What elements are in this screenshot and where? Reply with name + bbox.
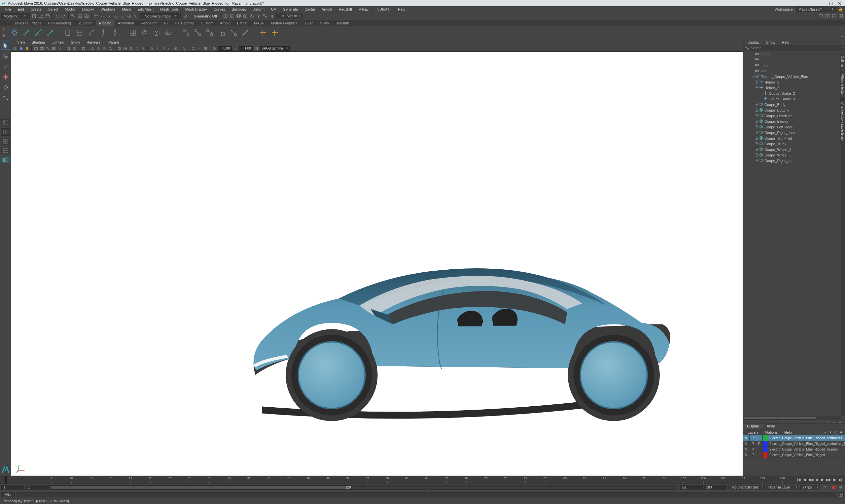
open-scene-icon[interactable] bbox=[38, 13, 44, 19]
outliner-item-coupe_right_seat[interactable]: +Coupe_Right_seat bbox=[743, 158, 845, 163]
expand-icon[interactable]: + bbox=[755, 125, 758, 128]
layer-menu-options[interactable]: Options bbox=[762, 430, 781, 435]
range-end-outer[interactable]: 200 bbox=[704, 485, 727, 490]
ik-handle-icon[interactable] bbox=[46, 28, 55, 37]
snap-point-icon[interactable] bbox=[106, 13, 112, 19]
menu-item-mesh-display[interactable]: Mesh Display bbox=[182, 6, 210, 12]
go-to-start-icon[interactable]: |◀ bbox=[796, 477, 802, 483]
outliner-item-coupe_left_door[interactable]: +Coupe_Left_door bbox=[743, 124, 845, 130]
expand-icon[interactable]: + bbox=[755, 159, 758, 162]
panel-menu-show[interactable]: Show bbox=[68, 40, 84, 45]
gamma-field[interactable]: 1.00 bbox=[239, 46, 253, 51]
command-input[interactable] bbox=[16, 492, 426, 498]
menu-item-create[interactable]: Create bbox=[28, 6, 45, 12]
shadows-icon[interactable] bbox=[108, 46, 113, 51]
expand-icon[interactable]: + bbox=[755, 109, 758, 111]
constraint-pole-icon[interactable] bbox=[241, 28, 250, 37]
layer-playback[interactable]: P bbox=[750, 452, 756, 458]
layout-3-icon[interactable] bbox=[831, 13, 837, 19]
light-selected-icon[interactable] bbox=[161, 46, 166, 51]
script-lang-select[interactable]: MEL bbox=[1, 492, 15, 498]
exposure-field[interactable]: 0.00 bbox=[217, 46, 232, 51]
layer-menu-help[interactable]: Help bbox=[781, 430, 795, 435]
snap-curve-icon[interactable] bbox=[100, 13, 106, 19]
sign-in-button[interactable]: Sign In ▾ bbox=[278, 14, 303, 18]
outliner-item-coupe_brake_2[interactable]: →Coupe_Brake_2 bbox=[743, 90, 845, 96]
layer-visibility[interactable]: V bbox=[743, 435, 750, 441]
outliner-hscroll[interactable] bbox=[743, 416, 841, 420]
cluster-icon[interactable]: C bbox=[140, 28, 149, 37]
select-camera-icon[interactable] bbox=[13, 46, 18, 51]
layer-move-up-icon[interactable]: ▴ bbox=[823, 430, 828, 435]
outliner-menu-show[interactable]: Show bbox=[763, 40, 779, 45]
outliner-item-coupe_brake_3[interactable]: →Coupe_Brake_3 bbox=[743, 96, 845, 102]
menu-item-edit-mesh[interactable]: Edit Mesh bbox=[134, 6, 157, 12]
shelf-opt-icon[interactable]: ▾ bbox=[1, 28, 6, 31]
range-start-inner[interactable]: 1 bbox=[26, 485, 49, 490]
expand-icon[interactable]: - bbox=[751, 75, 754, 78]
expand-icon[interactable]: + bbox=[755, 148, 758, 151]
step-forward-icon[interactable]: ▶▶ bbox=[826, 477, 831, 483]
time-slider[interactable]: 1471013161922252831343740434649525558616… bbox=[0, 475, 845, 484]
expand-icon[interactable]: + bbox=[755, 80, 758, 84]
shelf-gear-icon[interactable]: ⚙ bbox=[1, 34, 6, 38]
layer-playback[interactable]: P bbox=[750, 441, 756, 447]
render-setup-icon[interactable] bbox=[262, 13, 268, 19]
shelf-tab-sculpting[interactable]: Sculpting bbox=[74, 20, 96, 26]
step-back-icon[interactable]: ◀◀ bbox=[808, 477, 813, 483]
safe-action-icon[interactable] bbox=[57, 46, 63, 51]
wireframe-icon[interactable] bbox=[90, 46, 95, 51]
outliner-search-input[interactable]: Search... bbox=[750, 46, 842, 50]
image-plane-icon[interactable] bbox=[33, 46, 39, 51]
menu-item-cache[interactable]: Cache bbox=[301, 6, 318, 12]
shelf-tab-redshift[interactable]: Redshift bbox=[332, 20, 352, 26]
menu-item--3dtoall-[interactable]: - 3DtoAll - bbox=[372, 6, 394, 12]
textured-icon[interactable] bbox=[123, 46, 128, 51]
shelf-tab-rigging[interactable]: Rigging bbox=[96, 20, 115, 26]
layer-row[interactable]: VPRElectric_Coupe_Vehicle_Blue_Rigged_co… bbox=[743, 441, 845, 447]
layer-list[interactable]: VPElectric_Coupe_Vehicle_Blue_Rigged_con… bbox=[743, 435, 845, 475]
menu-item-surfaces[interactable]: Surfaces bbox=[229, 6, 249, 12]
workspace-select[interactable]: Maya Classic* bbox=[796, 6, 836, 12]
symmetry-label[interactable]: Symmetry: Off bbox=[192, 14, 219, 18]
script-editor-button[interactable] bbox=[838, 492, 844, 498]
layout-1-icon[interactable] bbox=[818, 13, 824, 19]
outliner-item-coupe_wheel_2[interactable]: +Coupe_Wheel_2 bbox=[743, 146, 845, 152]
layout-preset-4[interactable] bbox=[1, 147, 10, 154]
layer-visibility[interactable]: V bbox=[743, 452, 750, 458]
xray-icon[interactable] bbox=[135, 46, 140, 51]
expand-icon[interactable]: + bbox=[755, 86, 758, 89]
snap-grid-icon[interactable] bbox=[93, 13, 99, 19]
render-pause-icon[interactable] bbox=[269, 13, 275, 19]
shelf-tab-curves-surfaces[interactable]: Curves / Surfaces bbox=[9, 20, 45, 26]
snap-plane-icon[interactable] bbox=[113, 13, 119, 19]
quickrig-icon[interactable] bbox=[111, 28, 120, 37]
layer-tab-display[interactable]: Display bbox=[743, 424, 763, 429]
close-button[interactable] bbox=[835, 0, 844, 6]
grid-toggle-icon[interactable] bbox=[66, 46, 71, 51]
shelf-tab-poly-modeling[interactable]: Poly Modeling bbox=[45, 20, 74, 26]
expand-icon[interactable]: + bbox=[755, 120, 758, 123]
blendshape-icon[interactable] bbox=[164, 28, 173, 37]
menu-item-select[interactable]: Select bbox=[45, 6, 62, 12]
lock-camera-icon[interactable] bbox=[18, 46, 24, 51]
range-track[interactable]: 120 bbox=[50, 485, 678, 490]
light-default-icon[interactable] bbox=[149, 46, 155, 51]
play-forward-icon[interactable]: ▶ bbox=[820, 477, 825, 483]
attr-link-a-icon[interactable]: ⬦ bbox=[827, 420, 831, 424]
layer-playback[interactable]: P bbox=[750, 447, 756, 452]
shelf-tab-rendering[interactable]: Rendering bbox=[137, 20, 161, 26]
layer-visibility[interactable]: V bbox=[743, 441, 750, 447]
panel-menu-panels[interactable]: Panels bbox=[105, 40, 123, 45]
menu-item-display[interactable]: Display bbox=[79, 6, 98, 12]
use-default-mat-icon[interactable] bbox=[128, 46, 134, 51]
menu-item-redshift[interactable]: Redshift bbox=[335, 6, 355, 12]
outliner-item-electric_coupe_vehicle_blue[interactable]: -Electric_Coupe_Vehicle_Blue bbox=[743, 74, 845, 79]
auto-key-icon[interactable]: ⬤ bbox=[830, 485, 837, 490]
driven-key-icon[interactable] bbox=[258, 28, 267, 37]
loop-icon[interactable]: ↻ bbox=[822, 485, 827, 490]
expand-icon[interactable]: + bbox=[755, 114, 758, 117]
expand-icon[interactable]: + bbox=[755, 154, 758, 157]
layer-move-down-icon[interactable]: ▾ bbox=[828, 430, 833, 435]
edge-tab-attribute-editor[interactable]: Attribute Editor bbox=[840, 71, 845, 99]
